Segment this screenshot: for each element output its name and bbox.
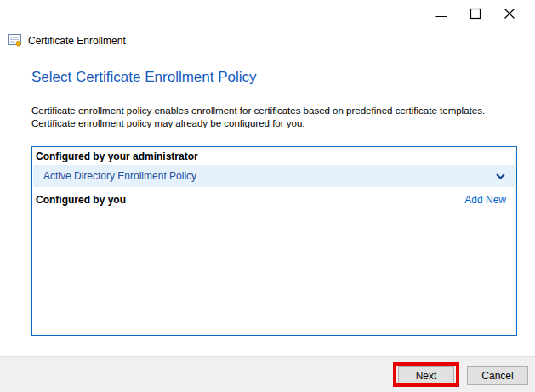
app-title-row: Certificate Enrollment — [8, 33, 126, 48]
chevron-down-icon — [496, 173, 505, 179]
maximize-button[interactable] — [458, 4, 492, 23]
next-button[interactable]: Next — [398, 366, 454, 384]
certificate-enrollment-window: Certificate Enrollment Select Certificat… — [0, 0, 535, 392]
close-button[interactable] — [492, 4, 526, 23]
certificate-icon — [8, 33, 23, 48]
description-line-1: Certificate enrollment policy enables en… — [31, 105, 485, 117]
add-new-link[interactable]: Add New — [464, 194, 506, 206]
selected-policy-label: Active Directory Enrollment Policy — [43, 170, 496, 182]
app-title: Certificate Enrollment — [28, 35, 126, 47]
maximize-icon — [470, 8, 481, 20]
policy-panel: Configured by your administrator Active … — [31, 146, 517, 336]
policy-dropdown[interactable]: Active Directory Enrollment Policy — [33, 165, 515, 187]
close-icon — [504, 8, 515, 20]
user-section-label: Configured by you — [36, 194, 126, 206]
description-line-2: Certificate enrollment policy may alread… — [31, 117, 485, 130]
window-controls — [424, 4, 526, 23]
page-heading: Select Certificate Enrollment Policy — [31, 68, 257, 86]
minimize-button[interactable] — [424, 4, 458, 23]
footer-bar: Next Cancel — [0, 356, 535, 392]
page-description: Certificate enrollment policy enables en… — [31, 105, 485, 130]
admin-section-label: Configured by your administrator — [36, 151, 198, 162]
minimize-icon — [435, 8, 447, 20]
cancel-button[interactable]: Cancel — [467, 366, 528, 385]
